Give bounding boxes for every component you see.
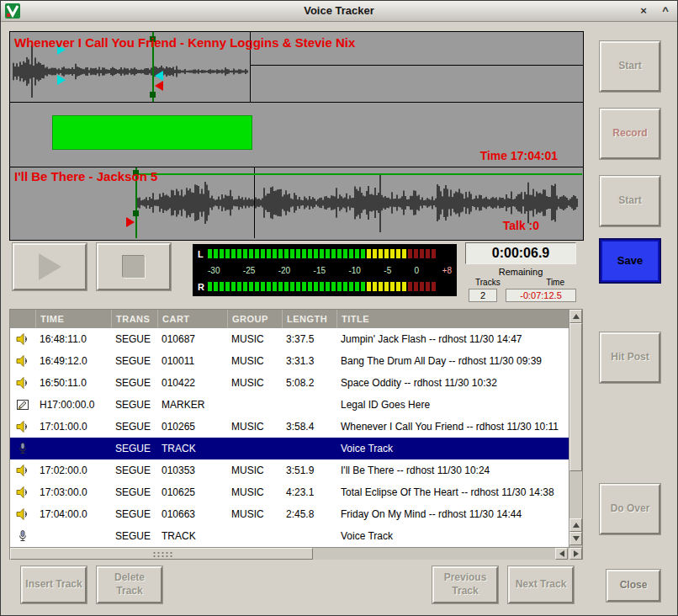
remaining-time-value: -0:07:12.5	[506, 289, 576, 302]
vertical-scrollbar[interactable]	[569, 310, 582, 547]
row-title: Friday On My Mind -- rdhost 11/30 14:44	[336, 508, 569, 520]
fadeup-marker-icon[interactable]	[57, 75, 66, 85]
play-icon	[39, 253, 61, 280]
arrow-left-icon	[559, 550, 564, 557]
scroll-up-button[interactable]	[569, 518, 582, 532]
voicetrack-region[interactable]	[52, 115, 252, 150]
scroll-left-button[interactable]	[555, 548, 568, 560]
row-group: MUSIC	[227, 465, 282, 476]
log-row[interactable]: 17:03:00.0 SEGUE 010625 MUSIC 4:23.1 Tot…	[10, 481, 569, 503]
log-row[interactable]: SEGUE TRACK Voice Track	[10, 438, 569, 459]
log-row[interactable]: H17:00:00.0 SEGUE MARKER Legal ID Goes H…	[10, 394, 569, 416]
deck-divider	[10, 167, 583, 167]
close-button[interactable]: Close	[606, 570, 660, 602]
speaker-icon	[16, 486, 29, 499]
track2-cursor-handle-bottom[interactable]	[133, 210, 139, 216]
log-list: TIME TRANS CART GROUP LENGTH TITLE 16:48…	[9, 309, 583, 560]
log-row[interactable]: 17:01:00.0 SEGUE 010265 MUSIC 3:58.4 Whe…	[10, 416, 569, 438]
row-cart: MARKER	[157, 399, 227, 411]
track2-title: I'll Be There - Jackson 5	[14, 169, 157, 183]
log-row[interactable]: 16:50:11.0 SEGUE 010422 MUSIC 5:08.2 Spa…	[10, 372, 569, 394]
scroll-right-button[interactable]	[569, 548, 582, 560]
shade-icon[interactable]: ^	[659, 4, 672, 18]
row-title: Space Oddity -- rdhost 11/30 10:32	[336, 377, 569, 389]
log-row[interactable]: 16:49:12.0 SEGUE 010011 MUSIC 3:31.3 Ban…	[10, 350, 569, 372]
row-type-icon	[10, 376, 35, 390]
row-time: 17:04:00.0	[35, 508, 111, 520]
row-cart: TRACK	[157, 443, 227, 454]
scale-tick: 0	[415, 266, 420, 275]
remaining-tracks-label: Tracks	[475, 278, 501, 287]
row-length: 3:51.9	[282, 465, 336, 476]
row-title: Total Eclipse Of The Heart -- rdhost 11/…	[336, 486, 569, 498]
arrow-down-icon	[573, 536, 580, 541]
row-type-icon	[10, 486, 35, 499]
delete-track-button[interactable]: Delete Track	[97, 566, 162, 603]
end-marker-icon[interactable]	[155, 81, 163, 91]
horizontal-scrollbar[interactable]	[10, 547, 582, 560]
stop-button[interactable]	[97, 243, 171, 290]
row-length: 3:31.3	[282, 355, 336, 367]
column-length: LENGTH	[282, 310, 336, 328]
track1-cursor-handle-bottom[interactable]	[150, 92, 156, 98]
insert-track-button[interactable]: Insert Track	[21, 566, 87, 603]
row-transition: SEGUE	[111, 399, 157, 411]
do-over-button[interactable]: Do Over	[600, 484, 660, 534]
log-row[interactable]: SEGUE TRACK Voice Track	[10, 525, 569, 547]
meter-scale: -30 -25 -20 -15 -10 -5 0 +8	[208, 265, 452, 275]
start-track1-button[interactable]: Start	[600, 41, 660, 92]
scale-tick: -5	[384, 266, 391, 275]
arrow-right-icon	[574, 550, 579, 557]
microphone-icon	[16, 442, 29, 455]
log-row[interactable]: 16:48:11.0 SEGUE 010687 MUSIC 3:37.5 Jum…	[10, 328, 569, 350]
row-time: 17:02:00.0	[35, 465, 111, 476]
elapsed-time-display: 0:00:06.9	[465, 242, 576, 264]
speaker-icon	[16, 507, 29, 521]
previous-track-button[interactable]: Previous Track	[432, 566, 498, 603]
vertical-scroll-thumb[interactable]	[569, 323, 582, 471]
track2-level-line[interactable]	[135, 173, 582, 175]
remaining-panel: Remaining Tracks Time 2 -0:07:12.5	[465, 267, 576, 302]
titlebar[interactable]: Voice Tracker × ^	[1, 1, 677, 22]
row-type-icon	[10, 442, 35, 455]
next-track-button[interactable]: Next Track	[508, 566, 574, 603]
row-group: MUSIC	[227, 377, 282, 389]
start-marker-icon[interactable]	[126, 217, 135, 227]
hit-post-button[interactable]: Hit Post	[600, 332, 660, 383]
audio-meter: L -30 -25 -20 -15 -10 -5 0 +8 R	[193, 244, 457, 296]
row-time: 17:01:00.0	[35, 421, 111, 433]
row-length: 3:37.5	[282, 333, 336, 345]
row-type-icon	[10, 420, 35, 433]
start-track2-button[interactable]: Start	[600, 176, 660, 226]
close-icon[interactable]: ×	[637, 4, 650, 18]
speaker-icon	[16, 376, 29, 390]
row-group: MUSIC	[227, 355, 282, 367]
log-rows: 16:48:11.0 SEGUE 010687 MUSIC 3:37.5 Jum…	[10, 328, 569, 547]
microphone-icon	[16, 529, 29, 543]
row-transition: SEGUE	[111, 355, 157, 367]
horizontal-scroll-thumb[interactable]	[10, 548, 313, 560]
row-transition: SEGUE	[111, 333, 157, 345]
play-button[interactable]	[13, 243, 87, 290]
right-meter-bar	[208, 282, 452, 291]
scale-tick: -25	[243, 266, 255, 275]
log-row[interactable]: 17:04:00.0 SEGUE 010663 MUSIC 2:45.8 Fri…	[10, 503, 569, 525]
row-transition: SEGUE	[111, 530, 157, 542]
right-channel-label: R	[198, 282, 208, 292]
row-type-icon	[10, 529, 35, 543]
log-row[interactable]: 17:02:00.0 SEGUE 010353 MUSIC 3:51.9 I'l…	[10, 459, 569, 481]
scale-tick: +8	[442, 266, 452, 275]
save-button[interactable]: Save	[601, 240, 659, 282]
row-title: Jumpin' Jack Flash -- rdhost 11/30 14:47	[336, 333, 569, 345]
stop-icon	[123, 256, 145, 278]
scale-tick: -10	[348, 266, 360, 275]
waveform-panel: Whenever I Call You Friend - Kenny Loggi…	[9, 31, 584, 241]
row-type-icon	[10, 354, 35, 368]
fadedown-marker-icon[interactable]	[155, 71, 163, 81]
log-header: TIME TRANS CART GROUP LENGTH TITLE	[10, 310, 569, 328]
record-button[interactable]: Record	[600, 109, 660, 159]
row-cart: 010663	[157, 508, 227, 520]
arrow-up-icon	[573, 523, 580, 528]
scroll-up-button[interactable]	[569, 310, 582, 323]
scroll-down-button[interactable]	[569, 532, 582, 545]
